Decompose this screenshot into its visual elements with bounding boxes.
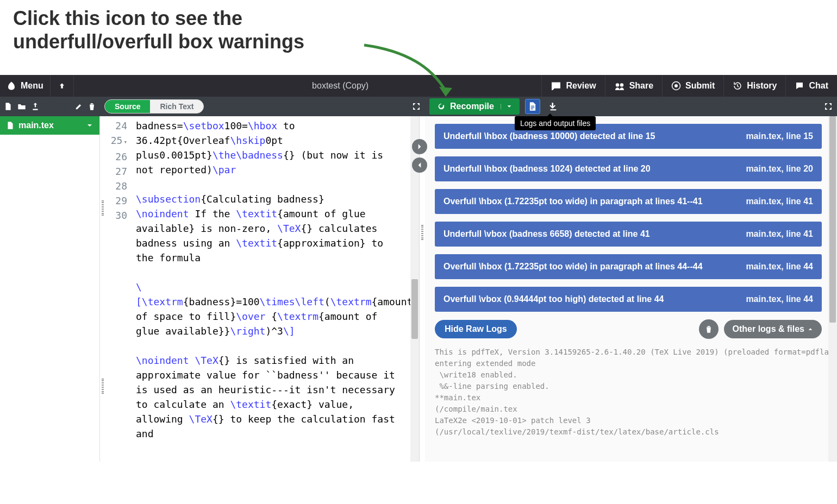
drag-handle-icon [102, 379, 104, 394]
up-button[interactable] [51, 75, 74, 97]
chevron-up-icon [808, 326, 813, 332]
history-button[interactable]: History [723, 75, 785, 97]
resizer-left[interactable] [100, 116, 105, 462]
logs-scrollbar[interactable] [828, 116, 837, 462]
instruction-overlay: Click this icon to see the underfull/ove… [0, 0, 837, 75]
file-menu-toggle[interactable] [86, 122, 93, 129]
warning-item[interactable]: Underfull \hbox (badness 1024) detected … [435, 156, 822, 181]
richtext-mode-button[interactable]: Rich Text [150, 100, 203, 113]
main-panes: main.tex 2425▾2627282930 badness=\setbox… [0, 116, 837, 462]
delete-icon[interactable] [88, 102, 96, 111]
expand-icon [412, 102, 421, 111]
warning-message: Underfull \hbox (badness 10000) detected… [444, 131, 655, 141]
warning-item[interactable]: Underfull \hbox (badness 10000) detected… [435, 124, 822, 149]
instruction-line1: Click this icon to see the [13, 7, 824, 30]
project-title: boxtest (Copy) [74, 81, 542, 91]
secondary-toolbar: Source Rich Text Recompile Logs and outp… [0, 97, 837, 116]
arrow-left-icon [416, 161, 423, 169]
chat-button[interactable]: Chat [785, 75, 837, 97]
editor-pane: 2425▾2627282930 badness=\setbox100=\hbox… [105, 116, 420, 462]
scrollbar-thumb[interactable] [829, 116, 836, 323]
up-arrow-icon [58, 82, 66, 90]
warning-message: Overfull \hbox (1.72235pt too wide) in p… [444, 197, 703, 206]
upload-icon[interactable] [32, 102, 39, 111]
menu-button[interactable]: Menu [0, 75, 51, 97]
drag-handle-icon [421, 225, 423, 240]
menu-label: Menu [21, 81, 43, 91]
file-label: main.tex [18, 121, 54, 130]
logs-tooltip: Logs and output files [515, 116, 596, 130]
share-icon [614, 81, 625, 90]
download-pdf-button[interactable] [546, 99, 561, 114]
new-file-icon[interactable] [4, 102, 12, 111]
editor-expand-button[interactable] [412, 102, 421, 111]
logs-pane: Underfull \hbox (badness 10000) detected… [425, 116, 837, 462]
source-mode-button[interactable]: Source [105, 100, 150, 113]
history-icon [733, 81, 742, 91]
warning-item[interactable]: Overfull \vbox (0.94444pt too high) dete… [435, 287, 822, 312]
resizer-right[interactable] [420, 116, 425, 462]
file-tree-pane: main.tex [0, 116, 100, 462]
trash-icon [705, 325, 713, 333]
warning-location: main.tex, line 20 [746, 164, 813, 174]
warning-item[interactable]: Underfull \vbox (badness 6658) detected … [435, 222, 822, 247]
warning-location: main.tex, line 44 [746, 262, 813, 272]
scrollbar-thumb[interactable] [411, 279, 418, 339]
warning-message: Overfull \vbox (0.94444pt too high) dete… [444, 294, 664, 304]
warning-item[interactable]: Overfull \hbox (1.72235pt too wide) in p… [435, 189, 822, 214]
instruction-line2: underfull/overfull box warnings [13, 30, 824, 53]
file-item-main-tex[interactable]: main.tex [0, 116, 99, 135]
other-logs-button[interactable]: Other logs & files [724, 320, 822, 338]
line-gutter: 2425▾2627282930 [105, 116, 132, 462]
warning-message: Underfull \hbox (badness 1024) detected … [444, 164, 651, 174]
code-area[interactable]: badness=\setbox100=\hbox to 36.42pt{Over… [132, 116, 410, 462]
expand-icon [824, 102, 833, 111]
top-bar: Menu boxtest (Copy) Ab Review Share Subm… [0, 75, 837, 97]
warning-message: Overfull \hbox (1.72235pt too wide) in p… [444, 262, 703, 272]
svg-text:Ab: Ab [554, 83, 559, 88]
submit-button[interactable]: Submit [662, 75, 723, 97]
download-icon [549, 102, 558, 111]
submit-icon [671, 81, 681, 91]
raw-log-output: This is pdfTeX, Version 3.14159265-2.6-1… [425, 344, 837, 438]
leaf-icon [7, 81, 16, 91]
pdf-expand-button[interactable] [824, 102, 833, 111]
warning-location: main.tex, line 15 [746, 131, 813, 141]
review-button[interactable]: Ab Review [541, 75, 604, 97]
svg-point-3 [620, 84, 623, 87]
editor-tools: Source Rich Text [100, 97, 425, 116]
chat-icon [795, 81, 804, 91]
recompile-button[interactable]: Recompile [429, 98, 520, 115]
editor-mode-toggle: Source Rich Text [104, 99, 204, 114]
logs-button[interactable] [525, 99, 540, 114]
refresh-icon [437, 102, 446, 111]
swap-right-button[interactable] [412, 139, 427, 154]
file-tools [0, 97, 100, 116]
warning-location: main.tex, line 44 [746, 294, 813, 304]
warning-item[interactable]: Overfull \hbox (1.72235pt too wide) in p… [435, 254, 822, 279]
recompile-dropdown[interactable] [501, 104, 512, 109]
svg-point-2 [615, 84, 619, 87]
warning-location: main.tex, line 41 [746, 197, 813, 206]
document-icon [528, 102, 537, 111]
share-button[interactable]: Share [605, 75, 662, 97]
drag-handle-icon [102, 200, 104, 216]
new-folder-icon[interactable] [17, 103, 26, 110]
warning-list: Underfull \hbox (badness 10000) detected… [425, 116, 837, 315]
warning-location: main.tex, line 41 [746, 229, 813, 239]
pdf-tools: Recompile Logs and output files [425, 97, 837, 116]
warning-message: Underfull \vbox (badness 6658) detected … [444, 229, 650, 239]
chevron-down-icon [86, 122, 93, 129]
svg-point-5 [674, 84, 678, 87]
log-actions: Hide Raw Logs Other logs & files [425, 315, 837, 344]
swap-left-button[interactable] [412, 158, 427, 173]
arrow-right-icon [416, 143, 423, 150]
hide-raw-logs-button[interactable]: Hide Raw Logs [435, 320, 517, 338]
rename-icon[interactable] [75, 103, 83, 110]
clear-logs-button[interactable] [699, 319, 719, 339]
file-icon [7, 121, 14, 130]
chevron-down-icon [507, 104, 512, 109]
review-icon: Ab [551, 81, 561, 90]
